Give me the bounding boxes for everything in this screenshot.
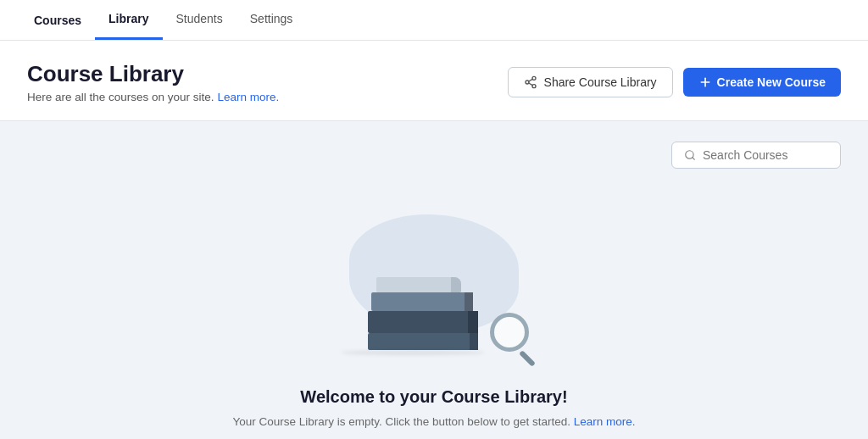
- search-icon: [684, 149, 696, 161]
- main-content: Welcome to your Course Library! Your Cou…: [0, 121, 868, 439]
- magnifier: [490, 313, 529, 352]
- share-icon: [524, 75, 537, 89]
- create-new-course-button[interactable]: Create New Course: [683, 68, 841, 97]
- illustration: [315, 206, 553, 367]
- share-course-library-button[interactable]: Share Course Library: [508, 67, 673, 97]
- learn-more-link[interactable]: Learn more.: [217, 91, 279, 103]
- nav-bar: Courses Library Students Settings: [0, 0, 868, 41]
- svg-line-3: [528, 83, 532, 86]
- nav-tab-settings[interactable]: Settings: [236, 0, 307, 40]
- book-4: [368, 333, 478, 350]
- book-2: [371, 292, 473, 311]
- empty-state: Welcome to your Course Library! Your Cou…: [27, 189, 841, 439]
- header-left: Course Library Here are all the courses …: [27, 61, 279, 103]
- empty-state-subtitle: Your Course Library is empty. Click the …: [232, 415, 635, 428]
- book-1: [376, 277, 461, 292]
- header-section: Course Library Here are all the courses …: [0, 41, 868, 121]
- nav-tab-students[interactable]: Students: [163, 0, 236, 40]
- magnifier-circle: [490, 313, 529, 352]
- search-bar-container: [27, 142, 841, 169]
- empty-learn-more-link[interactable]: Learn more.: [574, 415, 636, 428]
- empty-state-title: Welcome to your Course Library!: [300, 387, 567, 407]
- page-title: Course Library: [27, 61, 279, 87]
- books-stack: [368, 277, 478, 350]
- header-actions: Share Course Library Create New Course: [508, 67, 841, 97]
- page-subtitle: Here are all the courses on your site. L…: [27, 91, 279, 103]
- nav-tab-library[interactable]: Library: [95, 0, 162, 40]
- svg-line-8: [693, 158, 695, 160]
- magnifier-handle: [519, 350, 536, 367]
- search-bar: [671, 142, 841, 169]
- plus-icon: [698, 75, 712, 89]
- search-input[interactable]: [703, 148, 828, 162]
- svg-line-4: [528, 79, 532, 81]
- book-3: [368, 311, 478, 333]
- nav-tabs: Courses Library Students Settings: [20, 0, 306, 40]
- shadow-line: [341, 350, 485, 355]
- nav-tab-courses[interactable]: Courses: [20, 0, 95, 40]
